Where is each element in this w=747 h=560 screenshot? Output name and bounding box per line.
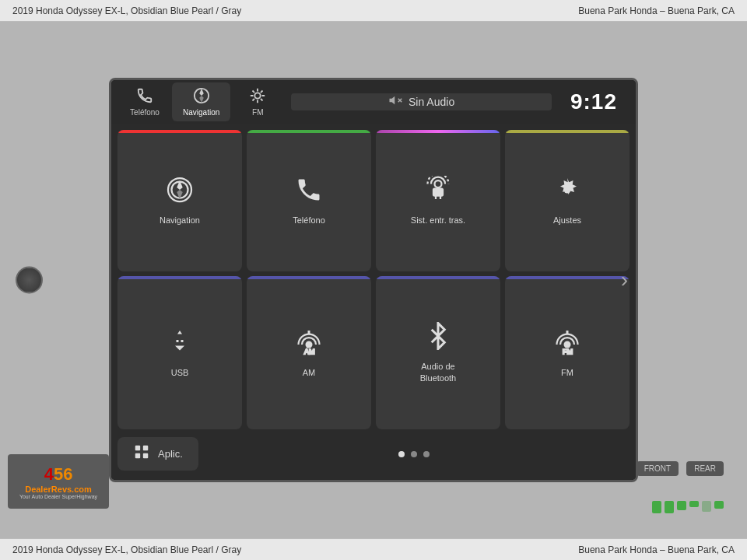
svg-rect-21 xyxy=(143,453,148,458)
svg-marker-1 xyxy=(199,89,204,96)
nav-tab-icon xyxy=(193,87,210,107)
pagination-dots xyxy=(198,451,630,457)
tile-fm[interactable]: FM FM xyxy=(505,276,630,429)
tile-telefono[interactable]: Teléfono xyxy=(247,130,371,271)
fm-tab-icon xyxy=(249,87,266,107)
top-bar: 2019 Honda Odyssey EX-L, Obsidian Blue P… xyxy=(0,0,747,22)
tile-ajustes[interactable]: Ajustes xyxy=(505,130,630,271)
tile-navigation[interactable]: Navigation xyxy=(117,130,242,271)
watermark-numbers: 456 xyxy=(44,464,73,485)
audio-status-bar: Sin Audio xyxy=(291,93,552,110)
svg-rect-12 xyxy=(433,189,443,196)
app-grid: Navigation Teléfono xyxy=(117,130,630,429)
ajustes-tile-icon xyxy=(553,176,581,208)
svg-rect-20 xyxy=(135,453,140,458)
audio-status-text: Sin Audio xyxy=(409,96,454,108)
tile-usb[interactable]: USB xyxy=(117,276,242,429)
fm-tile-label: FM xyxy=(561,367,573,378)
navigation-tab-label: Navigation xyxy=(183,108,219,117)
left-knob[interactable] xyxy=(16,267,43,294)
fm-tab-label: FM xyxy=(252,108,263,117)
fm-tile-icon: FM xyxy=(553,328,581,361)
tab-navigation[interactable]: Navigation xyxy=(172,82,230,121)
tile-audio-bluetooth[interactable]: Audio de Bluetooth xyxy=(376,276,500,429)
svg-text:AM: AM xyxy=(304,348,315,355)
indicator-2 xyxy=(665,501,674,513)
watermark-site: DealerRevs.com xyxy=(25,485,92,494)
bottom-bar-left: 2019 Honda Odyssey EX-L, Obsidian Blue P… xyxy=(12,544,241,555)
bottom-bar-right: Buena Park Honda – Buena Park, CA xyxy=(578,544,735,555)
next-page-arrow[interactable]: › xyxy=(621,268,628,292)
sist-tile-label: Sist. entr. tras. xyxy=(411,215,465,226)
svg-point-11 xyxy=(435,180,442,187)
apps-button[interactable]: Aplic. xyxy=(117,437,198,471)
front-button[interactable]: FRONT xyxy=(637,461,679,476)
top-bar-left: 2019 Honda Odyssey EX-L, Obsidian Blue P… xyxy=(12,5,241,16)
svg-rect-19 xyxy=(143,446,148,450)
bluetooth-tile-icon xyxy=(424,322,452,355)
screen-content: Navigation Teléfono xyxy=(111,124,636,480)
watermark: 456 DealerRevs.com Your Auto Dealer Supe… xyxy=(8,454,109,509)
tile-am[interactable]: AM AM xyxy=(247,276,371,429)
am-tile-label: AM xyxy=(303,367,316,378)
audio-bt-tile-label: Audio de Bluetooth xyxy=(420,361,456,383)
main-area: Teléfono Navigation xyxy=(0,22,747,538)
indicator-4 xyxy=(689,501,699,507)
top-bar-right: Buena Park Honda – Buena Park, CA xyxy=(578,5,735,16)
bottom-bar: 2019 Honda Odyssey EX-L, Obsidian Blue P… xyxy=(0,538,747,560)
telefono-tile-icon xyxy=(295,176,323,208)
sist-tile-icon xyxy=(424,176,452,208)
svg-marker-2 xyxy=(199,96,204,103)
bottom-indicators xyxy=(652,501,724,513)
ajustes-tile-label: Ajustes xyxy=(553,215,581,226)
dot-1 xyxy=(398,451,405,457)
navigation-tile-label: Navigation xyxy=(160,215,200,226)
watermark-tagline: Your Auto Dealer SuperHighway xyxy=(19,494,97,499)
speaker-muted-icon xyxy=(388,93,402,110)
usb-tile-label: USB xyxy=(171,367,189,378)
right-controls: FRONT REAR xyxy=(637,461,724,476)
telefono-tile-label: Teléfono xyxy=(293,215,325,226)
tab-telefono[interactable]: Teléfono xyxy=(117,82,172,121)
grid-icon xyxy=(133,443,150,464)
indicator-1 xyxy=(652,501,661,513)
usb-tile-icon xyxy=(166,328,194,361)
tile-sist[interactable]: Sist. entr. tras. xyxy=(376,130,500,271)
screen-bottom: Aplic. xyxy=(117,434,630,474)
indicator-3 xyxy=(677,501,686,510)
navigation-tile-icon xyxy=(166,176,194,208)
svg-marker-4 xyxy=(390,96,395,105)
svg-text:FM: FM xyxy=(563,348,573,355)
screen-nav: Teléfono Navigation xyxy=(111,80,636,124)
time-display: 9:12 xyxy=(558,89,630,114)
dot-3 xyxy=(423,451,430,457)
svg-rect-18 xyxy=(135,446,140,450)
phone-tab-icon xyxy=(136,87,153,107)
indicator-5 xyxy=(702,501,711,512)
svg-point-3 xyxy=(255,93,261,98)
indicator-6 xyxy=(714,501,724,509)
tab-fm[interactable]: FM xyxy=(230,82,285,121)
infotainment-screen: Teléfono Navigation xyxy=(109,78,638,482)
rear-button[interactable]: REAR xyxy=(686,461,724,476)
am-tile-icon: AM xyxy=(295,328,323,361)
telefono-tab-label: Teléfono xyxy=(130,108,160,117)
apps-label: Aplic. xyxy=(158,448,183,460)
dot-2 xyxy=(411,451,417,457)
